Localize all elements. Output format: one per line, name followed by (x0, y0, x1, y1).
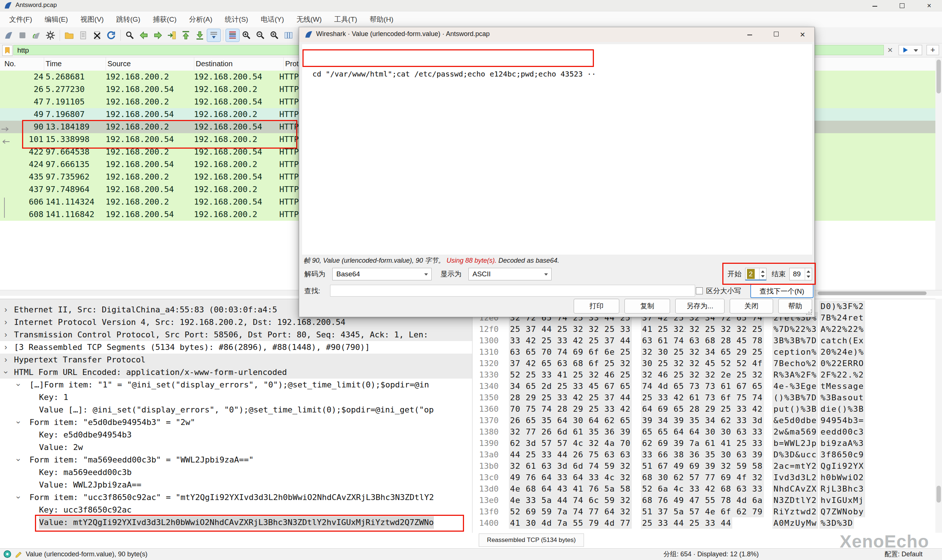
hex-row-13e0[interactable]: 13e04e 33 5a 44 74 6c 59 3268 76 49 47 5… (475, 494, 935, 506)
capture-comment-icon[interactable] (15, 550, 23, 560)
menu-item-3[interactable]: 视图(V) (74, 11, 110, 27)
window-minimize-button[interactable] (862, 0, 888, 11)
hex-row-1360[interactable]: 136070 75 74 28 29 25 33 4264 69 65 28 2… (475, 403, 935, 415)
close-file-icon[interactable] (91, 29, 104, 42)
find-input[interactable] (330, 285, 695, 297)
end-spinner[interactable]: 89 (789, 268, 812, 280)
detail-row[interactable]: Value: WWL2Jpbi9zaA== (0, 479, 473, 491)
start-spinner[interactable]: 2 (745, 268, 767, 280)
decode-as-select[interactable]: Base64 (332, 268, 432, 280)
hex-row-13b0[interactable]: 13b032 61 63 3d 6d 74 59 3251 67 49 69 3… (475, 460, 935, 472)
filter-apply-group[interactable] (899, 45, 922, 55)
hex-row-1370[interactable]: 137026 65 35 64 30 64 62 6539 34 39 35 3… (475, 415, 935, 426)
zoom-reset-icon[interactable] (268, 29, 281, 42)
expander-collapsed-icon[interactable]: › (5, 303, 7, 316)
stop-capture-icon[interactable] (16, 29, 29, 42)
expander-expanded-icon[interactable]: › (12, 496, 25, 498)
column-header-no[interactable]: No. (3, 57, 16, 70)
detail-row[interactable]: ›Form item: "e5d0dbe94954b3" = "2w" (0, 416, 473, 429)
menu-item-6[interactable]: 分析(A) (183, 11, 219, 27)
hex-row-13c0[interactable]: 13c049 76 64 33 64 33 4c 3268 30 62 57 7… (475, 472, 935, 483)
menu-item-11[interactable]: 帮助(H) (363, 11, 400, 27)
expander-collapsed-icon[interactable]: › (5, 316, 7, 329)
find-next-button[interactable]: 查找下一个(N) (750, 284, 814, 298)
menu-item-1[interactable]: 文件(F) (3, 11, 38, 27)
menu-item-8[interactable]: 电话(Y) (254, 11, 290, 27)
detail-row[interactable]: Value: mtY2QgIi92YXIvd3d3L2h0bWwiO2NhdCA… (0, 516, 473, 529)
hex-row-1300[interactable]: 130033 42 25 33 42 25 37 4463 61 74 63 6… (475, 335, 935, 346)
packet-list-vertical-scrollbar[interactable] (935, 57, 942, 290)
expander-collapsed-icon[interactable]: › (5, 329, 7, 341)
menu-item-2[interactable]: 编辑(E) (38, 11, 74, 27)
column-header-destination[interactable]: Destination (194, 57, 232, 70)
find-packet-icon[interactable] (123, 29, 137, 42)
hex-row-1390[interactable]: 139062 3d 57 57 4c 32 4a 7062 69 39 7a 6… (475, 437, 935, 449)
zoom-in-icon[interactable] (240, 29, 253, 42)
expander-expanded-icon[interactable]: › (0, 371, 12, 374)
resize-columns-icon[interactable] (282, 29, 295, 42)
expander-collapsed-icon[interactable]: › (5, 354, 7, 366)
print-button[interactable]: 打印 (574, 299, 619, 314)
column-header-source[interactable]: Source (106, 57, 131, 70)
copy-button[interactable]: 复制 (625, 299, 670, 314)
detail-row[interactable]: Key: 1 (0, 391, 473, 404)
hex-row-1330[interactable]: 133052 25 33 41 25 32 46 2532 46 25 32 3… (475, 369, 935, 380)
filter-clear-icon[interactable]: × (888, 46, 893, 54)
go-last-icon[interactable] (193, 29, 206, 42)
go-back-icon[interactable] (137, 29, 151, 42)
auto-scroll-icon[interactable] (207, 29, 220, 42)
detail-row[interactable]: Value […]: @ini_set("display_errors", "0… (0, 404, 473, 416)
start-capture-icon[interactable] (2, 29, 15, 42)
detail-row[interactable]: ›Transmission Control Protocol, Src Port… (0, 329, 473, 341)
hex-row-1320[interactable]: 132037 42 65 63 68 6f 25 3230 25 32 32 4… (475, 358, 935, 369)
hex-row-12f0[interactable]: 12f025 37 44 25 32 32 25 3341 25 32 32 2… (475, 323, 935, 335)
go-forward-icon[interactable] (151, 29, 165, 42)
detail-row[interactable]: Value: 2w (0, 441, 473, 454)
capture-options-icon[interactable] (44, 29, 57, 42)
window-close-button[interactable]: × (916, 0, 942, 11)
hex-row-1350[interactable]: 135028 29 25 33 42 25 37 4425 33 42 61 7… (475, 392, 935, 403)
show-as-select[interactable]: ASCII (468, 268, 552, 280)
hex-row-13d0[interactable]: 13d04e 68 64 43 41 76 5a 5852 6a 4c 33 4… (475, 483, 935, 494)
column-header-time[interactable]: Time (44, 57, 62, 70)
dialog-minimize-button[interactable] (739, 27, 760, 42)
hex-row-1400[interactable]: 140041 30 4d 7a 55 79 4d 7725 33 44 25 3… (475, 517, 935, 529)
case-sensitive-checkbox[interactable] (696, 288, 703, 294)
expander-expanded-icon[interactable]: › (12, 421, 25, 423)
spinner-buttons[interactable] (759, 268, 766, 280)
save-file-icon[interactable] (77, 29, 90, 42)
spinner-buttons[interactable] (805, 268, 812, 280)
hex-row-1380[interactable]: 138032 77 26 6d 61 35 36 3965 65 64 64 3… (475, 426, 935, 437)
reload-file-icon[interactable] (105, 29, 118, 42)
close-button[interactable]: 关闭 (730, 299, 773, 314)
zoom-out-icon[interactable] (254, 29, 267, 42)
dialog-close-button[interactable]: × (792, 27, 813, 42)
expander-collapsed-icon[interactable]: › (5, 341, 7, 354)
detail-row[interactable]: ›Form item: "ucc3f8650c92ac" = "mtY2QgIi… (0, 491, 473, 504)
open-file-icon[interactable] (63, 29, 76, 42)
detail-row[interactable]: ›Internet Protocol Version 4, Src: 192.1… (0, 316, 473, 329)
filter-bookmark-icon[interactable] (2, 45, 12, 56)
hex-row-1310[interactable]: 131063 65 70 74 69 6f 6e 2532 30 25 32 3… (475, 346, 935, 358)
menu-item-4[interactable]: 跳转(G) (110, 11, 146, 27)
dialog-resize-grip[interactable] (806, 309, 812, 315)
go-to-packet-icon[interactable] (165, 29, 179, 42)
detail-row[interactable]: ›Hypertext Transfer Protocol (0, 354, 473, 366)
detail-row[interactable]: ›[…]Form item: "1" = "@ini_set("display_… (0, 378, 473, 391)
detail-row[interactable]: Key: ucc3f8650c92ac (0, 504, 473, 516)
colorize-icon[interactable] (226, 29, 239, 42)
status-profile[interactable]: 配置: Default (885, 549, 922, 560)
restart-capture-icon[interactable] (30, 29, 43, 42)
dialog-maximize-button[interactable] (766, 27, 787, 42)
decoded-bytes-textarea[interactable]: cd "/var/www/html";cat /etc/passwd;echo … (302, 44, 812, 255)
bytes-pane-vertical-scrollbar[interactable] (935, 299, 942, 533)
detail-row[interactable]: ›Form item: "ma569eedd00c3b" = "WWL2Jpbi… (0, 454, 473, 466)
detail-row[interactable]: ›HTML Form URL Encoded: application/x-ww… (0, 366, 473, 378)
detail-row[interactable]: Key: e5d0dbe94954b3 (0, 429, 473, 441)
filter-apply-icon[interactable] (904, 48, 908, 52)
menu-item-9[interactable]: 无线(W) (290, 11, 328, 27)
detail-row[interactable]: ›[3 Reassembled TCP Segments (5134 bytes… (0, 341, 473, 354)
expander-expanded-icon[interactable]: › (12, 383, 25, 386)
expert-info-icon[interactable] (3, 550, 12, 560)
window-maximize-button[interactable] (889, 0, 915, 11)
